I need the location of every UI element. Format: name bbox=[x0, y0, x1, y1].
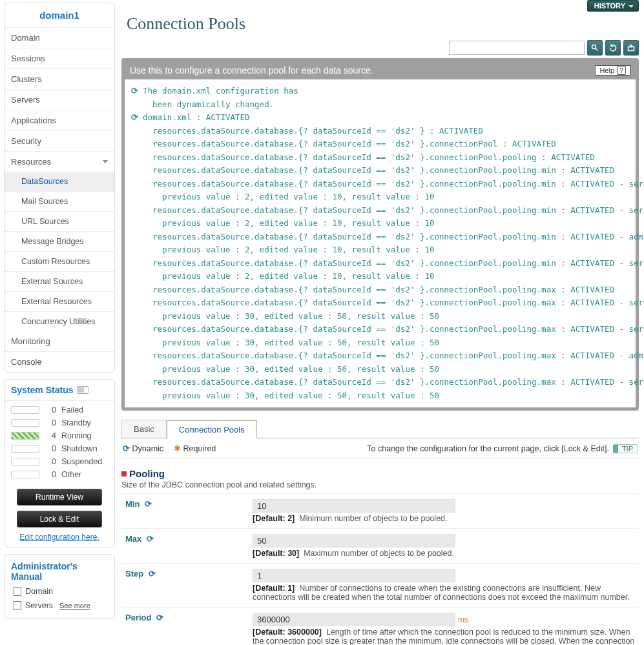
section-marker-icon bbox=[121, 471, 127, 476]
sidebar-item-datasources[interactable]: DataSources bbox=[5, 172, 114, 192]
log-line: resources.dataSource.database.{? dataSou… bbox=[131, 376, 634, 389]
refresh-icon: ⟳ bbox=[131, 85, 140, 98]
tip-badge: TIP bbox=[613, 444, 638, 453]
log-line: resources.dataSource.database.{? dataSou… bbox=[131, 164, 634, 178]
dynamic-icon: ⟳ bbox=[149, 569, 156, 578]
see-more-link[interactable]: See more bbox=[59, 602, 90, 609]
sidebar-item-domain[interactable]: Domain bbox=[5, 28, 114, 48]
book-icon bbox=[14, 587, 21, 596]
domain-title[interactable]: domain1 bbox=[5, 3, 114, 28]
field-label-min: Min ⟳ bbox=[121, 494, 249, 529]
main-content: HISTORY Connection Pools Use this to con… bbox=[115, 0, 644, 645]
field-desc: [Default: 1] Number of connections to cr… bbox=[253, 584, 635, 602]
field-desc: [Default: 2] Minimum number of objects t… bbox=[253, 514, 635, 523]
field-label-step: Step ⟳ bbox=[121, 564, 249, 608]
log-line: previous value : 30, edited value : 50, … bbox=[131, 336, 634, 350]
export-icon[interactable] bbox=[623, 40, 639, 56]
manual-header: Administrator's Manual bbox=[5, 555, 114, 584]
status-other: 0Other bbox=[5, 468, 114, 481]
sidebar-item-applications[interactable]: Applications bbox=[5, 110, 114, 131]
gauge-icon bbox=[77, 386, 88, 394]
log-line: previous value : 30, edited value : 50, … bbox=[131, 363, 634, 376]
refresh-icon: ⟳ bbox=[131, 111, 140, 125]
field-desc: [Default: 30] Maximum number of objects … bbox=[253, 549, 635, 558]
log-line: previous value : 30, edited value : 50, … bbox=[131, 310, 634, 323]
log-line: resources.dataSource.database.{? dataSou… bbox=[131, 257, 634, 271]
sidebar: domain1 DomainSessionsClustersServersApp… bbox=[0, 0, 115, 645]
log-line: resources.dataSource.database.{? dataSou… bbox=[131, 178, 634, 191]
sidebar-item-servers[interactable]: Servers bbox=[5, 90, 114, 110]
log-line: ⟳domain.xml : ACTIVATED bbox=[131, 111, 634, 125]
status-shutdown: 0Shutdown bbox=[5, 442, 114, 455]
chevron-down-icon bbox=[103, 160, 108, 163]
sidebar-item-concurrency-utilities[interactable]: Concurrency Utilities bbox=[5, 312, 114, 331]
search-icon[interactable] bbox=[587, 40, 603, 56]
log-line: previous value : 2, edited value : 10, r… bbox=[131, 270, 634, 283]
svg-point-0 bbox=[592, 45, 596, 49]
tab-basic[interactable]: Basic bbox=[121, 420, 167, 438]
help-button[interactable]: Help? bbox=[595, 65, 630, 76]
sidebar-item-mail-sources[interactable]: Mail Sources bbox=[5, 192, 114, 212]
log-line: ⟳The domain.xml configuration has bbox=[131, 85, 634, 98]
sidebar-item-external-sources[interactable]: External Sources bbox=[5, 272, 114, 292]
sidebar-item-clusters[interactable]: Clusters bbox=[5, 69, 114, 90]
history-button[interactable]: HISTORY bbox=[587, 0, 639, 12]
sidebar-item-console[interactable]: Console bbox=[5, 352, 114, 372]
log-line: resources.dataSource.database.{? dataSou… bbox=[131, 349, 634, 363]
dynamic-icon: ⟳ bbox=[145, 499, 152, 509]
panel-desc: Use this to configure a connection pool … bbox=[130, 65, 373, 76]
field-label-period: Period ⟳ bbox=[121, 608, 249, 646]
sidebar-item-sessions[interactable]: Sessions bbox=[5, 48, 114, 69]
max-input[interactable] bbox=[253, 534, 455, 548]
system-status-header: System Status bbox=[5, 380, 114, 401]
log-line: resources.dataSource.database.{? dataSou… bbox=[131, 296, 634, 310]
sidebar-item-url-sources[interactable]: URL Sources bbox=[5, 212, 114, 232]
search-input[interactable] bbox=[449, 41, 585, 55]
log-line: previous value : 2, edited value : 10, r… bbox=[131, 217, 634, 230]
step-input[interactable] bbox=[253, 569, 455, 582]
lock-edit-button[interactable]: Lock & Edit bbox=[17, 511, 102, 527]
field-label-max: Max ⟳ bbox=[121, 529, 249, 564]
refresh-icon[interactable] bbox=[605, 40, 621, 56]
log-line: resources.dataSource.database.{? dataSou… bbox=[131, 230, 634, 244]
sidebar-item-custom-resources[interactable]: Custom Resources bbox=[5, 252, 114, 272]
tab-connection-pools[interactable]: Connection Pools bbox=[167, 420, 257, 438]
sidebar-item-message-bridges[interactable]: Message Bridges bbox=[5, 232, 114, 252]
activation-log: ⟳The domain.xml configuration has been d… bbox=[125, 79, 636, 407]
legend-required: ✱ Required bbox=[174, 444, 216, 453]
manual-link-servers[interactable]: ServersSee more bbox=[5, 599, 114, 613]
status-bar-icon bbox=[11, 471, 39, 478]
legend-dynamic: ⟳ Dynamic bbox=[123, 444, 163, 453]
status-bar-icon bbox=[11, 445, 39, 453]
log-line: been dynamically changed. bbox=[131, 98, 634, 112]
sidebar-item-resources[interactable]: Resources bbox=[5, 152, 114, 172]
period-input[interactable] bbox=[253, 613, 455, 626]
status-running: 4Running bbox=[5, 429, 114, 442]
dynamic-icon: ⟳ bbox=[147, 534, 154, 544]
log-line: previous value : 30, edited value : 50, … bbox=[131, 389, 634, 403]
status-bar-icon bbox=[11, 432, 39, 440]
log-line: resources.dataSource.database.{? dataSou… bbox=[131, 283, 634, 297]
log-line: previous value : 2, edited value : 10, r… bbox=[131, 243, 634, 257]
status-suspended: 0Suspended bbox=[5, 455, 114, 468]
manual-link-domain[interactable]: Domain bbox=[5, 584, 114, 599]
status-bar-icon bbox=[11, 419, 39, 427]
sidebar-item-external-resources[interactable]: External Resources bbox=[5, 292, 114, 312]
log-line: resources.dataSource.database.{? dataSou… bbox=[131, 138, 634, 151]
unit-label: ms bbox=[458, 615, 468, 624]
status-bar-icon bbox=[11, 458, 39, 466]
min-input[interactable] bbox=[253, 499, 455, 513]
sidebar-item-security[interactable]: Security bbox=[5, 131, 114, 152]
tip-text: To change the configuration for the curr… bbox=[367, 444, 609, 453]
log-line: resources.dataSource.database.{? dataSou… bbox=[131, 151, 634, 165]
svg-line-1 bbox=[596, 48, 598, 51]
status-standby: 0Standby bbox=[5, 416, 114, 429]
status-bar-icon bbox=[11, 406, 39, 414]
sidebar-item-monitoring[interactable]: Monitoring bbox=[5, 331, 114, 352]
runtime-view-button[interactable]: Runtime View bbox=[17, 489, 102, 506]
page-title: Connection Pools bbox=[127, 14, 639, 34]
log-line: resources.dataSource.database.{? dataSou… bbox=[131, 204, 634, 218]
book-icon bbox=[14, 601, 21, 610]
edit-config-link[interactable]: Edit configuration here. bbox=[5, 533, 114, 542]
field-desc: [Default: 3600000] Length of time after … bbox=[253, 628, 635, 645]
